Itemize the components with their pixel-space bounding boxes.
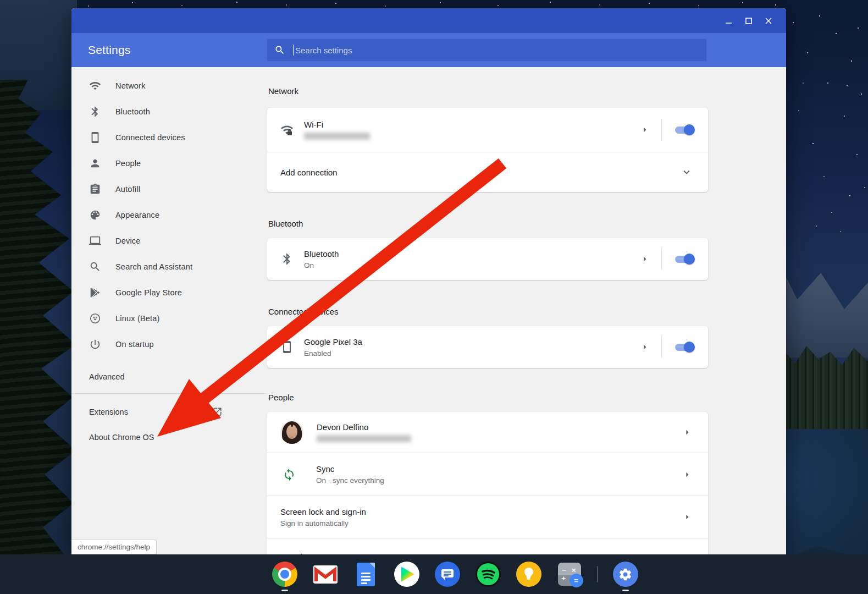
penguin-icon [89,312,101,324]
sidebar-item-people[interactable]: People [71,150,267,176]
link-preview-url: chrome://settings/help [78,543,150,551]
shelf-app-calculator[interactable]: − × + = [556,561,583,587]
settings-window: Settings Search settings Network Bluetoo [71,8,786,554]
play-store-icon [394,562,419,587]
sidebar-advanced-toggle[interactable]: Advanced [71,365,267,389]
screen-lock-title: Screen lock and sign-in [280,507,366,516]
shelf-app-settings[interactable] [612,561,639,587]
wifi-lock-icon [280,123,294,136]
pixel-row[interactable]: Google Pixel 3a Enabled [267,326,708,368]
bluetooth-icon [280,252,294,266]
section-heading-people: People [268,392,786,403]
row-separator [661,248,662,270]
calculator-icon: − × + = [558,563,581,586]
spotify-icon [476,562,501,587]
sidebar-item-bluetooth[interactable]: Bluetooth [71,98,267,124]
arrow-right-icon[interactable] [682,469,693,480]
arrow-right-icon[interactable] [639,124,650,135]
bluetooth-title: Bluetooth [304,249,339,258]
sidebar-item-play-store[interactable]: Google Play Store [71,279,267,305]
laptop-icon [89,235,101,247]
docs-icon [357,563,375,586]
wifi-toggle[interactable] [674,124,695,135]
sync-row[interactable]: Sync On - sync everything [267,453,708,496]
network-card: Wi-Fi Add connection [267,108,708,192]
person-icon [89,157,101,169]
pixel-status: Enabled [304,349,362,358]
sync-title: Sync [316,464,384,474]
running-indicator [281,590,288,591]
wifi-icon [89,80,101,92]
sidebar-item-label: Search and Assistant [115,262,192,271]
sidebar-item-device[interactable]: Device [71,228,267,254]
pixel-title: Google Pixel 3a [304,337,362,346]
open-in-new-icon [212,406,223,419]
sync-status: On - sync everything [316,476,384,485]
add-connection-row[interactable]: Add connection [267,152,708,192]
google-accounts-row[interactable]: Google Accounts [267,538,708,554]
search-placeholder: Search settings [295,46,352,55]
sidebar-item-extensions[interactable]: Extensions [71,399,267,425]
shelf-app-keep[interactable] [516,561,542,587]
shelf-app-chrome[interactable] [272,561,298,587]
section-heading-connected-devices: Connected devices [268,306,786,317]
extensions-label: Extensions [89,408,128,416]
sidebar-item-network[interactable]: Network [71,73,267,98]
add-connection-label: Add connection [280,168,337,177]
sidebar-item-label: People [115,159,141,168]
section-heading-bluetooth: Bluetooth [268,218,786,229]
pixel-toggle[interactable] [674,342,695,353]
smartphone-icon [280,340,294,354]
bluetooth-toggle[interactable] [674,254,695,265]
sidebar-item-search-assistant[interactable]: Search and Assistant [71,254,267,279]
maximize-button[interactable] [739,13,759,29]
avatar [280,421,303,444]
settings-content: Network Wi-Fi [267,67,786,554]
connected-devices-card: Google Pixel 3a Enabled [267,326,708,368]
arrow-right-icon[interactable] [639,254,650,265]
sidebar-item-linux[interactable]: Linux (Beta) [71,305,267,331]
advanced-label: Advanced [89,372,125,381]
profile-row[interactable]: Devon Delfino [267,412,708,453]
chevron-down-icon [222,371,231,383]
shelf-app-spotify[interactable] [475,561,501,587]
profile-email-redacted [317,435,411,442]
screen-lock-status: Sign in automatically [280,519,366,527]
sidebar-item-connected-devices[interactable]: Connected devices [71,124,267,150]
arrow-right-icon[interactable] [682,427,693,438]
settings-gear-icon [613,562,638,587]
expand-more-icon[interactable] [681,166,693,178]
profile-name: Devon Delfino [317,422,411,432]
sync-icon [283,468,296,481]
sidebar-item-label: Autofill [115,185,140,194]
sidebar-item-on-startup[interactable]: On startup [71,331,267,357]
arrow-right-icon[interactable] [682,512,693,522]
taskbar-shelf: − × + = [0,554,868,594]
keep-icon [516,562,541,587]
sidebar-item-about-chrome-os[interactable]: About Chrome OS [71,425,267,450]
section-heading-network: Network [268,86,786,97]
page-title: Settings [88,43,130,57]
chrome-icon [272,562,297,587]
screen-lock-row[interactable]: Screen lock and sign-in Sign in automati… [267,496,708,538]
smartphone-icon [89,131,101,144]
shelf-app-docs[interactable] [353,561,379,587]
link-preview-tooltip: chrome://settings/help [71,540,157,554]
settings-sidebar: Network Bluetooth Connected devices Peop… [71,67,267,554]
sidebar-item-autofill[interactable]: Autofill [71,176,267,202]
close-button[interactable] [759,13,778,29]
sidebar-item-appearance[interactable]: Appearance [71,202,267,228]
shelf-app-messages[interactable] [434,561,461,587]
settings-header: Settings Search settings [71,33,786,67]
wifi-row[interactable]: Wi-Fi [267,108,708,152]
bluetooth-status: On [304,261,339,270]
shelf-app-play-store[interactable] [394,561,420,587]
arrow-right-icon[interactable] [639,342,650,353]
palette-icon [89,209,101,221]
minimize-button[interactable] [719,13,739,29]
bluetooth-row[interactable]: Bluetooth On [267,238,708,280]
gmail-icon [313,565,338,584]
search-input[interactable]: Search settings [267,38,707,62]
window-titlebar [71,8,786,33]
shelf-app-gmail[interactable] [312,561,339,587]
